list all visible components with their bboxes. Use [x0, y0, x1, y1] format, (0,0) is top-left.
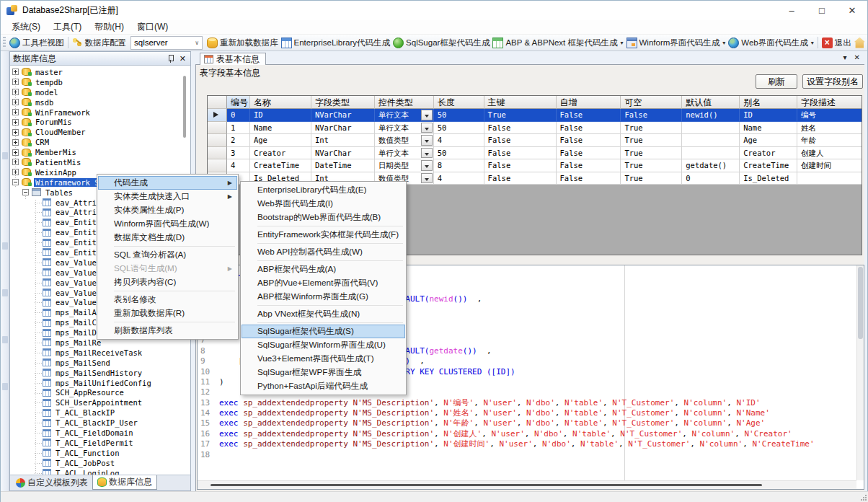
editor-vertical-scrollbar[interactable] [856, 265, 864, 480]
context-menu-item[interactable]: 实体类属性生成(P) ▶ [98, 203, 237, 217]
tree-expand-icon[interactable] [12, 79, 19, 85]
grid-row[interactable]: 1 Name NVarChar 单行文本 50 False False True… [208, 122, 862, 135]
submenu-item[interactable]: EnterpriseLibrary代码生成(E) ▶ [242, 183, 405, 197]
tree-collapse-icon[interactable] [22, 189, 29, 195]
column-header[interactable]: 控件类型 [375, 96, 434, 109]
tree-node-table[interactable]: T_ACL_FieldDomain [10, 428, 190, 438]
close-button[interactable]: ✕ [837, 1, 867, 20]
control-type-cell[interactable]: 单行文本 [375, 147, 434, 160]
toolbar-winform-button[interactable]: Winform界面代码生成▾ [625, 35, 727, 50]
control-type-cell[interactable]: 数值类型 [375, 134, 434, 147]
tree-node-database[interactable]: WinFramework [10, 107, 190, 118]
context-menu-item[interactable]: 代码生成 ▶ [98, 176, 237, 190]
context-menu-item[interactable]: 实体类生成快速入口 ▶ [98, 190, 237, 203]
tree-node-table[interactable]: mps_MailSend [10, 358, 190, 368]
tree-node-table[interactable]: T_ACL_JobPost [10, 458, 190, 468]
column-header[interactable]: 字段描述 [797, 96, 862, 109]
tree-node-table[interactable]: T_ACL_BlackIP_User [10, 418, 190, 428]
maximize-button[interactable]: □ [807, 1, 837, 20]
column-header[interactable]: 名称 [250, 96, 311, 109]
submenu-item[interactable]: Vue3+Element界面代码生成(T) ▶ [242, 352, 405, 366]
context-menu-item[interactable]: 数据库文档生成(D) ▶ [98, 231, 237, 245]
submenu-item[interactable]: EntityFramework实体框架代码生成(F) ▶ [242, 228, 405, 242]
tree-node-database[interactable]: tempdb [10, 77, 190, 87]
submenu-item[interactable]: ABP框架Winform界面生成(G) ▶ [242, 290, 405, 304]
tree-node-table[interactable]: SCH_AppResource [10, 388, 190, 398]
submenu-item[interactable]: SqlSugar框架Winform界面生成(U) ▶ [242, 338, 405, 352]
tree-node-table[interactable]: mps_MailReceiveTask [10, 348, 190, 358]
menu-item[interactable]: 系统(S) [5, 21, 47, 33]
tree-expand-icon[interactable] [12, 139, 19, 146]
grid-row[interactable]: 4 CreateTime DateTime 日期类型 8 False False… [208, 159, 862, 172]
column-header[interactable]: 主键 [484, 96, 557, 109]
resize-grip[interactable] [860, 494, 867, 501]
tree-expand-icon[interactable] [12, 109, 19, 115]
toolbar-view-button[interactable]: 工具栏视图 [8, 35, 66, 50]
dropdown-button[interactable] [421, 160, 433, 171]
minimize-button[interactable]: – [776, 1, 807, 20]
tree-node-database[interactable]: msdb [10, 97, 190, 107]
toolbar-exit-button[interactable]: 退出 [820, 35, 853, 50]
context-menu-item[interactable]: 表别名修改 ▶ [98, 293, 237, 307]
submenu-item[interactable] [257, 243, 403, 244]
tree-node-table[interactable]: T_ACL_BlackIP [10, 408, 190, 418]
left-panel-tab[interactable]: 自定义模板列表 [12, 475, 92, 490]
column-header[interactable]: 默认值 [682, 96, 740, 109]
editor-horizontal-scrollbar[interactable] [198, 480, 856, 489]
context-menu-item[interactable]: 重新加载数据库(R) ▶ [98, 307, 237, 320]
tree-expand-icon[interactable] [12, 159, 19, 165]
submenu-item[interactable]: ABP的Vue+Element界面代码(V) ▶ [242, 276, 405, 290]
tree-node-database[interactable]: model [10, 87, 190, 97]
column-header[interactable]: 可空 [621, 96, 682, 109]
tree-scrollbar[interactable] [183, 76, 186, 138]
context-menu-item[interactable]: Winform界面代码生成(W) ▶ [98, 217, 237, 231]
toolbar-web-button[interactable]: Web界面代码生成▾ [727, 35, 815, 50]
tree-expand-icon[interactable] [12, 129, 19, 136]
submenu-item[interactable]: Abp VNext框架代码生成(N) ▶ [242, 307, 405, 321]
submenu-item[interactable]: Python+FastApi后端代码生成 ▶ [242, 379, 405, 393]
menu-item[interactable]: 工具(T) [47, 21, 88, 33]
control-type-cell[interactable]: 单行文本 [375, 122, 434, 135]
submenu-item[interactable]: ABP框架代码生成(A) ▶ [242, 263, 405, 276]
tree-node-table[interactable]: T_ACL_FieldPermit [10, 438, 190, 448]
column-header[interactable]: 字段类型 [311, 96, 375, 109]
column-header[interactable]: 长度 [434, 96, 484, 109]
tree-node-table[interactable]: T_ACL_Function [10, 448, 190, 458]
grid-row[interactable]: 3 Creator NVarChar 单行文本 50 False False T… [208, 147, 862, 160]
tab-list-dropdown-icon[interactable]: ▾ [843, 53, 847, 61]
submenu-item[interactable] [257, 305, 403, 306]
tree-node-database[interactable]: PatientMis [10, 157, 190, 167]
submenu-item[interactable] [257, 260, 403, 261]
grid-row[interactable]: 2 Age Int 数值类型 4 False False True Age 年龄 [208, 134, 862, 147]
tree-expand-icon[interactable] [12, 89, 19, 95]
toolbar-home-button[interactable] [853, 35, 867, 50]
tree-expand-icon[interactable] [12, 149, 19, 156]
tree-expand-icon[interactable] [12, 179, 19, 185]
column-header[interactable]: 自增 [557, 96, 621, 109]
submenu-item[interactable] [257, 226, 403, 226]
submenu-item[interactable]: Bootstrap的Web界面代码生成(B) ▶ [242, 211, 405, 224]
set-field-alias-button[interactable]: 设置字段别名 [802, 74, 863, 89]
toolbar-abp-button[interactable]: ABP & ABPNext 框架代码生成▾ [491, 35, 624, 50]
provider-combobox[interactable]: sqlserver∨ [130, 36, 203, 50]
tree-expand-icon[interactable] [12, 119, 19, 126]
tree-node-database[interactable]: master [10, 67, 190, 77]
context-menu-item[interactable]: 刷新数据库列表 ▶ [98, 324, 237, 338]
submenu-item[interactable]: Web界面代码生成(I) ▶ [242, 197, 405, 211]
pin-icon[interactable] [167, 54, 175, 63]
tree-node-database[interactable]: MemberMis [10, 147, 190, 157]
dropdown-button[interactable] [421, 135, 433, 146]
toolbar-sqlsugar-button[interactable]: SqlSugar框架代码生成 [391, 35, 491, 50]
tree-node-table[interactable]: mps_MailUnifiedConfig [10, 378, 190, 388]
toolbar-dbconfig-button[interactable]: 数据库配置 [71, 35, 128, 50]
tree-node-table[interactable]: mps_MailSendHistory [10, 368, 190, 378]
context-menu-item[interactable] [114, 246, 235, 247]
tree-expand-icon[interactable] [12, 99, 19, 105]
toolbar-enterpriselibrary-button[interactable]: EnterpriseLibrary代码生成 [280, 35, 392, 50]
left-panel-tab[interactable]: 数据库信息 [92, 475, 157, 490]
context-menu-item[interactable]: 拷贝列表内容(C) ▶ [98, 276, 237, 289]
submenu-item[interactable]: SqlSugar框架WPF界面生成 ▶ [242, 366, 405, 379]
tree-node-table[interactable]: SCH_UserAppointment [10, 397, 190, 408]
panel-close-icon[interactable]: ✕ [180, 54, 186, 63]
tree-node-database[interactable]: CloudMember [10, 127, 190, 137]
